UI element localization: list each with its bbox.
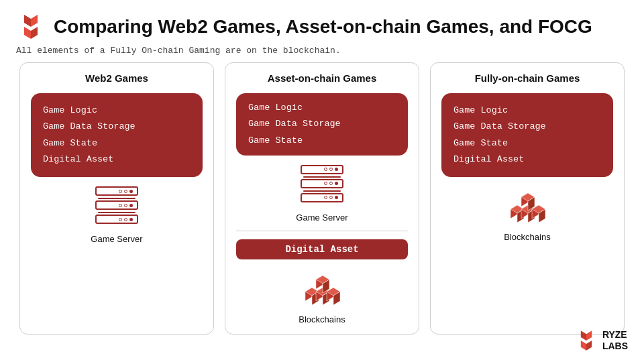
header: Comparing Web2 Games, Asset-on-chain Gam… bbox=[0, 0, 644, 44]
col-title-focg: Fully-on-chain Games bbox=[475, 72, 580, 84]
svg-marker-3 bbox=[31, 27, 38, 39]
ryze-logo-icon bbox=[16, 12, 46, 42]
svg-marker-0 bbox=[24, 15, 31, 27]
web2-server-label: Game Server bbox=[91, 234, 142, 244]
focg-item-2: Game Data Storage bbox=[453, 119, 601, 135]
asset-server-icon bbox=[301, 165, 343, 203]
svg-marker-30 bbox=[581, 341, 586, 351]
focg-item-3: Game State bbox=[453, 135, 601, 152]
web2-item-2: Game Data Storage bbox=[43, 119, 191, 135]
focg-red-box: Game Logic Game Data Storage Game State … bbox=[441, 93, 613, 177]
col-title-asset: Asset-on-chain Games bbox=[268, 72, 377, 84]
asset-item-3: Game State bbox=[248, 133, 396, 149]
asset-item-2: Game Data Storage bbox=[248, 116, 396, 132]
web2-item-3: Game State bbox=[43, 135, 191, 152]
page-title: Comparing Web2 Games, Asset-on-chain Gam… bbox=[54, 16, 592, 38]
brand-line1: RYZE bbox=[602, 329, 628, 341]
focg-item-4: Digital Asset bbox=[453, 152, 601, 168]
svg-marker-2 bbox=[24, 27, 31, 39]
column-web2: Web2 Games Game Logic Game Data Storage … bbox=[19, 62, 214, 335]
svg-marker-1 bbox=[31, 15, 38, 27]
focg-item-1: Game Logic bbox=[453, 103, 601, 119]
footer-brand-text: RYZE LABS bbox=[602, 329, 628, 352]
columns-container: Web2 Games Game Logic Game Data Storage … bbox=[0, 62, 644, 341]
brand-line2: LABS bbox=[602, 341, 628, 352]
footer-logo: RYZE LABS bbox=[574, 328, 628, 353]
svg-marker-28 bbox=[581, 330, 586, 341]
footer-logo-icon bbox=[574, 328, 598, 353]
asset-item-1: Game Logic bbox=[248, 100, 396, 116]
svg-marker-31 bbox=[586, 341, 592, 351]
svg-marker-29 bbox=[586, 330, 592, 341]
column-focg: Fully-on-chain Games Game Logic Game Dat… bbox=[430, 62, 625, 335]
subtitle: All elements of a Fully On-chain Gaming … bbox=[0, 44, 644, 62]
asset-server-label: Game Server bbox=[296, 213, 347, 223]
column-asset: Asset-on-chain Games Game Logic Game Dat… bbox=[225, 62, 419, 335]
asset-blockchain-icon bbox=[301, 267, 343, 305]
col-title-web2: Web2 Games bbox=[85, 72, 148, 84]
focg-blockchain-label: Blockchains bbox=[504, 232, 550, 242]
asset-red-box: Game Logic Game Data Storage Game State bbox=[236, 93, 408, 156]
asset-divider bbox=[236, 231, 408, 231]
web2-item-1: Game Logic bbox=[43, 103, 191, 119]
asset-blockchain-label: Blockchains bbox=[299, 314, 345, 324]
web2-server-icon bbox=[95, 186, 138, 225]
web2-item-4: Digital Asset bbox=[43, 152, 191, 168]
web2-red-box: Game Logic Game Data Storage Game State … bbox=[31, 93, 203, 177]
focg-blockchain-icon bbox=[506, 185, 548, 223]
asset-digital-banner: Digital Asset bbox=[236, 239, 408, 259]
